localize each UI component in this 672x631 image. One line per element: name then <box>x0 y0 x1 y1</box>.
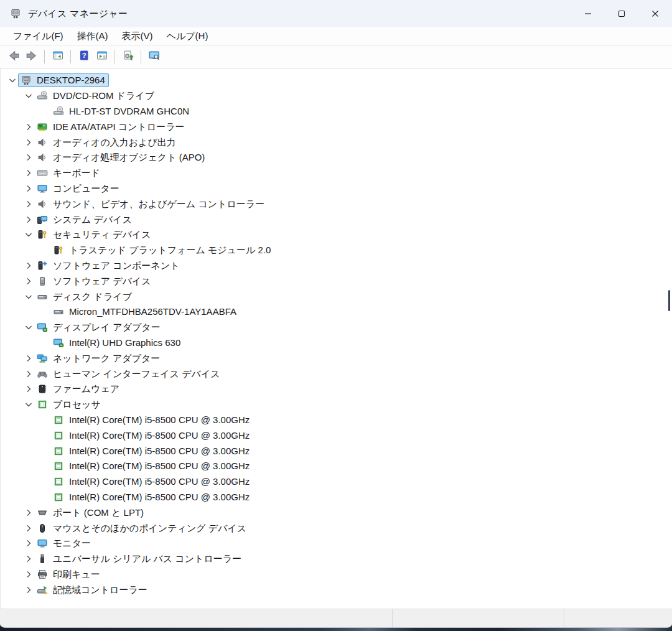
tree-item-content: Intel(R) Core(TM) i5-8500 CPU @ 3.00GHz <box>50 459 253 473</box>
tree-item[interactable]: Intel(R) Core(TM) i5-8500 CPU @ 3.00GHz <box>1 443 672 459</box>
chevron-right-icon[interactable] <box>23 121 34 133</box>
tree-item-content: ファームウェア <box>34 382 123 396</box>
menu-view[interactable]: 表示(V) <box>115 29 160 44</box>
tree-item[interactable]: ヒューマン インターフェイス デバイス <box>1 366 672 381</box>
tree-item[interactable]: モニター <box>1 536 672 551</box>
chevron-right-icon[interactable] <box>23 260 34 271</box>
tree-item-content: モニター <box>34 536 95 550</box>
scan-hardware-changes-button[interactable] <box>119 48 137 66</box>
tree-item[interactable]: Intel(R) Core(TM) i5-8500 CPU @ 3.00GHz <box>1 428 672 443</box>
expander-spacer <box>39 492 50 503</box>
tree-item[interactable]: Intel(R) Core(TM) i5-8500 CPU @ 3.00GHz <box>1 490 672 505</box>
ide-controller-icon <box>36 121 49 133</box>
tree-item[interactable]: ソフトウェア デバイス <box>1 273 672 289</box>
chevron-right-icon[interactable] <box>23 183 34 194</box>
tree-item[interactable]: オーディオの入力および出力 <box>1 134 672 150</box>
tree-item-content: Intel(R) Core(TM) i5-8500 CPU @ 3.00GHz <box>50 444 253 458</box>
tree-item-selection: DESKTOP-2964 <box>18 73 109 87</box>
chevron-right-icon[interactable] <box>23 214 34 225</box>
chevron-down-icon[interactable] <box>23 399 34 410</box>
hid-gamepad-icon <box>36 368 49 380</box>
chevron-right-icon[interactable] <box>23 553 34 564</box>
chevron-down-icon[interactable] <box>23 291 34 302</box>
show-console-tree-button[interactable] <box>49 48 67 66</box>
scrollbar-thumb[interactable] <box>668 290 670 311</box>
tree-item-label: ソフトウェア デバイス <box>53 276 151 287</box>
tree-item[interactable]: 印刷キュー <box>1 567 672 582</box>
speaker-icon <box>36 152 49 163</box>
chevron-right-icon[interactable] <box>23 353 34 364</box>
chevron-right-icon[interactable] <box>23 137 34 148</box>
back-button[interactable] <box>4 48 22 66</box>
chevron-right-icon[interactable] <box>23 383 34 395</box>
menu-help[interactable]: ヘルプ(H) <box>160 29 215 44</box>
usb-plug-icon <box>36 553 49 564</box>
tree-item-content: Intel(R) Core(TM) i5-8500 CPU @ 3.00GHz <box>50 490 253 504</box>
minimize-button[interactable] <box>571 0 605 27</box>
tree-item-content: DVD/CD-ROM ドライブ <box>34 89 158 103</box>
tree-item[interactable]: Intel(R) UHD Graphics 630 <box>1 335 672 351</box>
tree-item[interactable]: ディスク ドライブ <box>1 289 672 304</box>
maximize-button[interactable] <box>605 0 638 27</box>
tree-item[interactable]: プロセッサ <box>1 397 672 413</box>
chevron-right-icon[interactable] <box>23 507 34 518</box>
chevron-down-icon[interactable] <box>7 75 18 86</box>
tree-item-label: オーディオ処理オブジェクト (APO) <box>53 152 205 163</box>
tree-item[interactable]: IDE ATA/ATAPI コントローラー <box>1 119 672 134</box>
tree-item[interactable]: DESKTOP-2964 <box>1 73 672 88</box>
chevron-right-icon[interactable] <box>23 569 34 580</box>
tree-item[interactable]: トラステッド プラットフォーム モジュール 2.0 <box>1 243 672 258</box>
tree-item[interactable]: ネットワーク アダプター <box>1 350 672 366</box>
tree-item[interactable]: キーボード <box>1 166 672 181</box>
firmware-chip-icon <box>36 383 49 395</box>
tree-item[interactable]: Intel(R) Core(TM) i5-8500 CPU @ 3.00GHz <box>1 474 672 490</box>
forward-button[interactable] <box>22 48 40 66</box>
tree-item-label: 印刷キュー <box>53 569 100 580</box>
tree-item[interactable]: システム デバイス <box>1 212 672 227</box>
chevron-down-icon[interactable] <box>23 90 34 101</box>
chevron-right-icon[interactable] <box>23 584 34 596</box>
tree-item[interactable]: ポート (COM と LPT) <box>1 505 672 520</box>
menu-file[interactable]: ファイル(F) <box>6 29 70 44</box>
tree-item[interactable]: ディスプレイ アダプター <box>1 320 672 335</box>
network-adapter-icon <box>36 353 49 364</box>
tree-item[interactable]: ユニバーサル シリアル バス コントローラー <box>1 551 672 567</box>
device-manager-window: デバイス マネージャー ファイル(F)操作(A)表示(V)ヘルプ(H) ? DE… <box>0 0 672 627</box>
tree-item[interactable]: Micron_MTFDHBA256TDV-1AY1AABFA <box>1 304 672 320</box>
tree-item-content: コンピューター <box>34 182 123 195</box>
tree-item[interactable]: ソフトウェア コンポーネント <box>1 258 672 274</box>
chevron-down-icon[interactable] <box>23 229 34 240</box>
monitor-search-icon <box>149 50 160 63</box>
tree-item[interactable]: HL-DT-ST DVDRAM GHC0N <box>1 104 672 119</box>
tree-item[interactable]: マウスとそのほかのポインティング デバイス <box>1 520 672 536</box>
tree-item[interactable]: Intel(R) Core(TM) i5-8500 CPU @ 3.00GHz <box>1 413 672 428</box>
chevron-right-icon[interactable] <box>23 199 34 210</box>
tree-item[interactable]: ファームウェア <box>1 381 672 397</box>
chevron-right-icon[interactable] <box>23 276 34 287</box>
tree-item[interactable]: オーディオ処理オブジェクト (APO) <box>1 150 672 166</box>
help-button[interactable]: ? <box>75 48 93 66</box>
chevron-right-icon[interactable] <box>23 167 34 179</box>
tree-item-label: ヒューマン インターフェイス デバイス <box>53 368 220 380</box>
menu-action[interactable]: 操作(A) <box>70 29 115 44</box>
expander-spacer <box>39 337 50 348</box>
tree-item-content: ディスプレイ アダプター <box>34 320 164 334</box>
tree-item[interactable]: DVD/CD-ROM ドライブ <box>1 88 672 104</box>
tree-item[interactable]: サウンド、ビデオ、およびゲーム コントローラー <box>1 196 672 212</box>
tree-item[interactable]: セキュリティ デバイス <box>1 227 672 243</box>
chevron-right-icon[interactable] <box>23 538 34 549</box>
chevron-right-icon[interactable] <box>23 152 34 163</box>
security-device-icon <box>52 245 65 256</box>
tree-item[interactable]: 記憶域コントローラー <box>1 582 672 597</box>
properties-button[interactable] <box>93 48 111 66</box>
tree-item[interactable]: Intel(R) Core(TM) i5-8500 CPU @ 3.00GHz <box>1 459 672 474</box>
tree-item-content: 印刷キュー <box>34 568 104 581</box>
chevron-down-icon[interactable] <box>23 322 34 333</box>
device-search-button[interactable] <box>145 48 163 66</box>
close-button[interactable] <box>638 0 672 27</box>
chevron-right-icon[interactable] <box>23 368 34 380</box>
chevron-right-icon[interactable] <box>23 523 34 534</box>
tree-item[interactable]: コンピューター <box>1 181 672 197</box>
tree-item-content: Intel(R) Core(TM) i5-8500 CPU @ 3.00GHz <box>50 475 253 488</box>
tree-item-label: Intel(R) Core(TM) i5-8500 CPU @ 3.00GHz <box>69 414 250 426</box>
